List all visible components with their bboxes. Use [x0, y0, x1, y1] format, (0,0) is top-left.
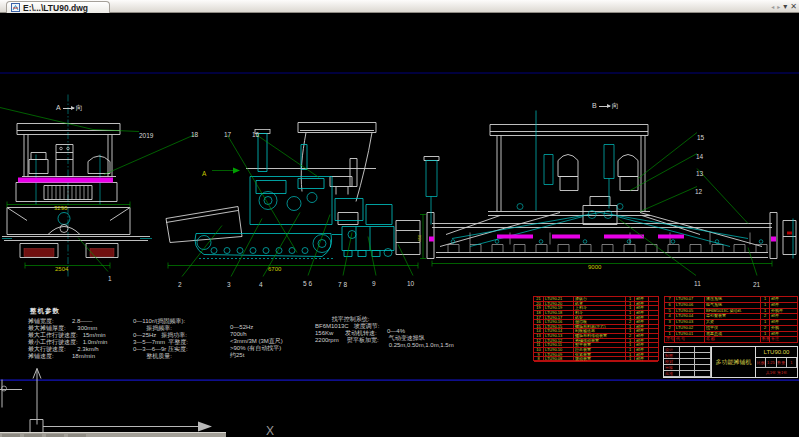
- view-a-arrow-icon: [63, 108, 74, 109]
- side-view: [104, 123, 420, 277]
- dim-front-height: 3290: [54, 205, 67, 211]
- balloon-17: 17: [224, 131, 231, 138]
- bom-table-right: 7LTU90.07液压系统1部件6LTU90.06电气系统1部件5LTU90.0…: [664, 296, 798, 343]
- taskbar-strip[interactable]: [0, 432, 226, 437]
- balloon-12: 12: [695, 188, 702, 195]
- balloon-15: 15: [697, 134, 704, 141]
- balloon-18: 18: [191, 131, 198, 138]
- balloon-10: 10: [407, 280, 414, 287]
- balloon-3: 3: [227, 281, 231, 288]
- title-block-product-name: 多功能摊铺机: [712, 347, 756, 377]
- bom-right-body: 7LTU90.07液压系统1部件6LTU90.06电气系统1部件5LTU90.0…: [665, 297, 797, 343]
- section-marker-a: A: [202, 170, 206, 177]
- title-block-drawing-number: LTU90.00: [756, 347, 797, 358]
- balloon-5-6: 5 6: [303, 280, 312, 287]
- dim-side-length: 6700: [268, 266, 281, 272]
- bom-row: 8LTU90.08驱动装置1部件: [534, 357, 658, 362]
- title-block-sheet-info: 共1张 第1张: [756, 368, 797, 377]
- balloon-14: 14: [696, 153, 703, 160]
- rear-view: 450: [417, 111, 796, 276]
- params-title: 整机参数: [30, 307, 60, 316]
- balloon-13: 13: [696, 170, 703, 177]
- balloon-4: 4: [259, 281, 263, 288]
- tab-menu-button[interactable]: ▾: [783, 2, 787, 12]
- title-block-signature-grid: 设计制图校对审核批准: [664, 347, 712, 377]
- balloon-20-19: 2019: [139, 132, 153, 139]
- rear-end-height-dim: 450: [417, 234, 422, 241]
- ucs-icon: X: [0, 369, 274, 437]
- view-label-b: B 向: [592, 102, 619, 110]
- tab-title: E:\...\LTU90.dwg: [23, 3, 88, 13]
- tab-back-button[interactable]: ◂: [771, 4, 774, 10]
- dim-rear-width: 9000: [588, 264, 601, 270]
- params-col-1: 摊铺宽度: 2.8—— 最大摊铺厚度: 300mm 最大工作行驶速度: 15m/…: [28, 318, 107, 360]
- document-tab[interactable]: E:\...\LTU90.dwg: [6, 1, 110, 13]
- bom-table-left: 21LTU90.21操纵台1部件20LTU90.20机罩1部件19LTU90.1…: [533, 296, 659, 361]
- x-axis-label: X: [266, 424, 274, 437]
- dim-front-track-width: 2504: [55, 266, 68, 272]
- document-icon: [11, 3, 20, 12]
- balloon-1: 1: [108, 275, 112, 282]
- window-tab-bar: E:\...\LTU90.dwg ◂ ▸ ▾ ✕: [0, 0, 799, 13]
- params-col-4: 找平控制系统: BF6M1013C 坡度调节: 156Kw 发动机转速: 220…: [315, 316, 379, 344]
- tab-close-button[interactable]: ✕: [790, 2, 797, 12]
- balloon-2: 2: [178, 281, 182, 288]
- balloon-9: 9: [372, 280, 376, 287]
- bom-row: 序号代 号名 称数量备注: [665, 337, 797, 343]
- front-view: [0, 95, 152, 279]
- title-block: 设计制图校对审核批准 多功能摊铺机 LTU90.00 比例 1:25 数量 1 …: [663, 346, 798, 378]
- balloon-7-8: 7 8: [338, 281, 347, 288]
- bom-left-body: 21LTU90.21操纵台1部件20LTU90.20机罩1部件19LTU90.1…: [534, 297, 658, 362]
- params-col-2: 0—110r/(捣固频率): 振捣频率: 0—25Hz 振捣功率: 3—5—7m…: [133, 318, 188, 360]
- view-b-arrow-icon: [599, 106, 610, 107]
- balloon-16: 16: [252, 131, 259, 138]
- signature-row: 批准: [664, 371, 711, 377]
- title-block-scale-cells: 比例 1:25 数量 1: [756, 358, 797, 368]
- balloon-21: 21: [753, 281, 760, 288]
- params-col-5: 0—4% 气动变速操纵 0.25m,0.50m,1.0m,1.5m: [387, 328, 454, 349]
- params-col-3: 0—52Hz 700t/h <3mm/3M (3M直尺) >90% (有自动找平…: [230, 324, 283, 359]
- balloon-11: 11: [694, 280, 701, 287]
- cad-drawing-canvas[interactable]: 450 X A 向 B 向 A 1 2 3 4 5 6 7 8 9 10 11 …: [0, 13, 799, 437]
- view-label-a: A 向: [56, 104, 83, 112]
- tab-forward-button[interactable]: ▸: [777, 4, 780, 10]
